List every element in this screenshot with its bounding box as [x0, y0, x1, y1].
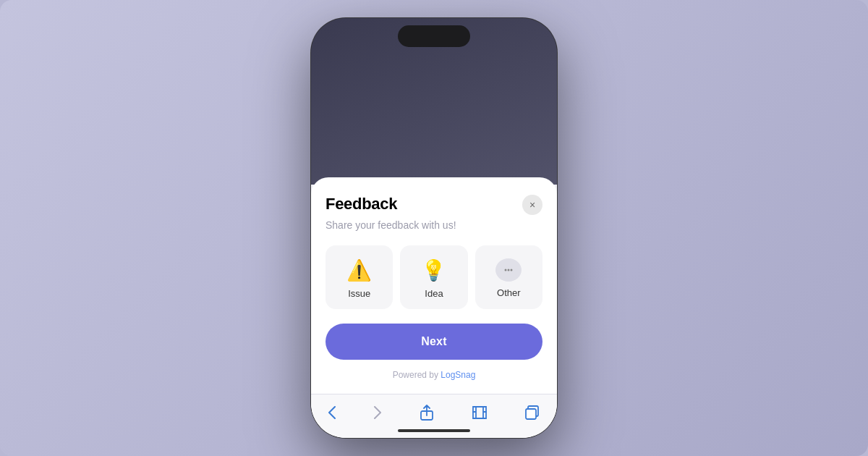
- other-label: Other: [497, 287, 521, 298]
- svg-point-1: [508, 269, 510, 271]
- option-other[interactable]: Other: [475, 245, 542, 309]
- dynamic-island: [398, 25, 470, 47]
- option-issue[interactable]: ⚠️ Issue: [326, 245, 393, 309]
- tabs-button[interactable]: [522, 402, 542, 423]
- svg-point-0: [505, 269, 507, 271]
- other-icon: [495, 258, 522, 282]
- svg-rect-5: [526, 409, 536, 419]
- idea-icon: 💡: [421, 258, 446, 282]
- feedback-modal: Feedback × Share your feedback with us! …: [311, 177, 557, 394]
- powered-by: Powered by LogSnag: [326, 370, 542, 380]
- svg-point-2: [511, 269, 513, 271]
- phone-shell: Feedback × Share your feedback with us! …: [311, 18, 557, 438]
- idea-label: Idea: [425, 288, 443, 299]
- modal-header: Feedback ×: [326, 195, 542, 215]
- modal-title: Feedback: [326, 195, 397, 214]
- issue-icon: ⚠️: [346, 258, 372, 282]
- home-indicator: [398, 429, 470, 432]
- screen: Feedback × Share your feedback with us! …: [311, 18, 557, 438]
- next-button[interactable]: Next: [326, 324, 542, 360]
- logsnag-link[interactable]: LogSnag: [441, 370, 475, 380]
- share-button[interactable]: [417, 402, 437, 423]
- option-idea[interactable]: 💡 Idea: [400, 245, 467, 309]
- options-grid: ⚠️ Issue 💡 Idea: [326, 245, 542, 309]
- screen-bottom: Feedback × Share your feedback with us! …: [311, 185, 557, 438]
- forward-button[interactable]: [371, 403, 384, 422]
- close-button[interactable]: ×: [522, 195, 542, 215]
- modal-subtitle: Share your feedback with us!: [326, 219, 542, 231]
- background: Feedback × Share your feedback with us! …: [0, 0, 868, 456]
- back-button[interactable]: [326, 403, 339, 422]
- issue-label: Issue: [348, 288, 370, 299]
- powered-by-text: Powered by: [393, 370, 441, 380]
- bookmarks-button[interactable]: [469, 403, 490, 422]
